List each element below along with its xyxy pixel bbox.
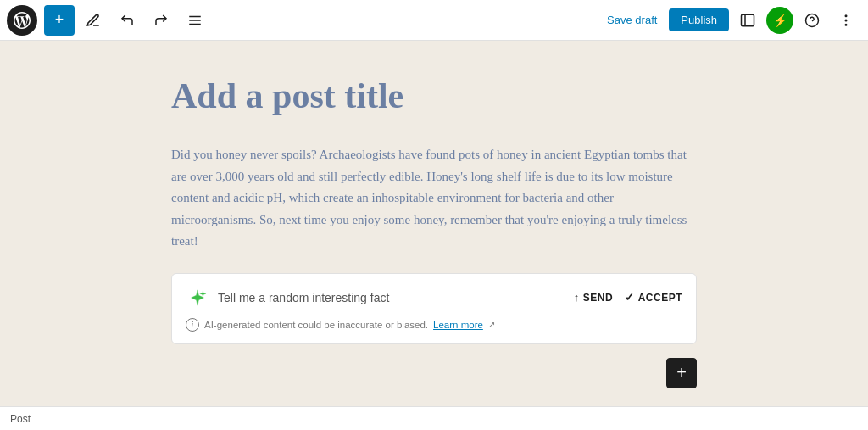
svg-point-8 [845,20,847,21]
toolbar: + Save draft Publish ⚡ [0,0,868,41]
view-button[interactable] [732,5,763,36]
svg-rect-3 [742,14,754,26]
svg-point-9 [845,24,847,25]
info-icon: i [186,318,199,332]
tools-button[interactable] [78,5,108,36]
ai-sparkle-icon [186,286,209,310]
ai-send-button[interactable]: ↑ SEND [574,291,613,304]
ai-panel-top: Tell me a random interesting fact ↑ SEND… [186,286,682,310]
send-icon: ↑ [574,291,580,304]
ai-actions: ↑ SEND ✓ ACCEPT [574,291,682,304]
ai-prompt-text[interactable]: Tell me a random interesting fact [218,291,565,304]
add-block-button[interactable]: + [666,358,697,388]
redo-button[interactable] [146,5,176,36]
ai-disclaimer-text: AI-generated content could be inaccurate… [204,320,428,330]
post-type-label: Post [10,413,31,425]
ai-disclaimer: i AI-generated content could be inaccura… [186,318,682,332]
editor-content: Add a post title Did you honey never spo… [171,75,697,389]
publish-button[interactable]: Publish [669,8,729,31]
add-block-toolbar-button[interactable]: + [44,5,75,36]
document-overview-button[interactable] [180,5,210,36]
check-icon: ✓ [625,291,635,304]
ai-panel: Tell me a random interesting fact ↑ SEND… [171,273,697,344]
undo-button[interactable] [112,5,142,36]
wp-logo[interactable] [7,5,37,36]
more-options-button[interactable] [831,5,861,36]
save-draft-button[interactable]: Save draft [598,8,665,31]
learn-more-link[interactable]: Learn more [433,320,483,330]
editor-area: Add a post title Did you honey never spo… [0,41,868,406]
post-body[interactable]: Did you honey never spoils? Archaeologis… [171,144,697,253]
ai-accept-button[interactable]: ✓ ACCEPT [625,291,682,304]
post-title[interactable]: Add a post title [171,75,697,117]
help-button[interactable] [797,5,827,36]
jetpack-icon[interactable]: ⚡ [766,7,793,34]
svg-point-7 [845,15,847,17]
status-bar: Post [0,406,868,430]
external-link-icon: ↗ [488,320,495,329]
